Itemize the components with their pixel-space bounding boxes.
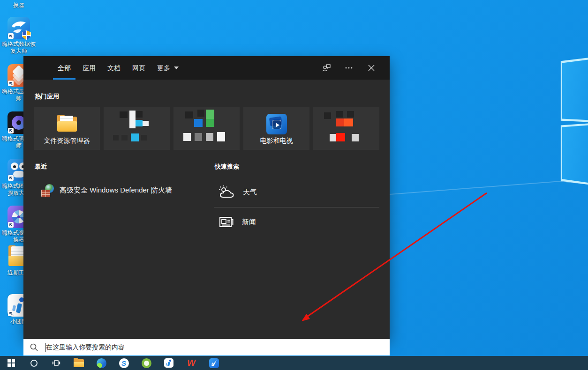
- taskbar-share-app[interactable]: [203, 356, 225, 370]
- tile-label: 文件资源管理器: [34, 137, 100, 145]
- tile-loading-app-3[interactable]: [313, 107, 379, 150]
- recent-item-firewall[interactable]: 高级安全 Windows Defender 防火墙: [34, 178, 214, 203]
- wps-icon: W: [187, 358, 196, 368]
- tile-movies-tv[interactable]: 电影和电视: [243, 107, 309, 150]
- section-title-top-apps: 热门应用: [35, 92, 379, 101]
- close-button[interactable]: [366, 63, 377, 73]
- tab-label: 应用: [83, 56, 96, 80]
- tile-loading-app-2[interactable]: [173, 107, 240, 150]
- task-view-icon: [52, 359, 60, 367]
- search-panel-body: 热门应用 文件资源管理器 电影和电视 最近: [23, 80, 390, 237]
- movies-tv-icon: [266, 114, 287, 134]
- windows-logo-icon: [8, 359, 15, 367]
- shortcut-arrow-icon: [8, 222, 14, 228]
- shortcut-arrow-icon: [8, 128, 14, 133]
- weather-icon: [219, 185, 235, 200]
- wallpaper-logo-pane-bottom: [560, 123, 588, 186]
- desktop-icon-converter-cutoff[interactable]: 换器: [2, 0, 36, 9]
- file-explorer-icon: [74, 359, 84, 367]
- tab-all[interactable]: 全部: [53, 56, 76, 80]
- shortcut-arrow-icon: [8, 175, 14, 181]
- windows-search-panel: 全部 应用 文档 网页 更多: [23, 56, 390, 339]
- feedback-icon: [322, 63, 331, 73]
- tab-more[interactable]: 更多: [152, 56, 184, 80]
- desktop-icon-label: 嗨格式数据恢复大师: [2, 41, 36, 55]
- feedback-button[interactable]: [321, 63, 332, 73]
- desktop-icon-label: 换器: [2, 2, 36, 9]
- quick-search-news[interactable]: 新闻: [214, 207, 379, 237]
- top-apps-row: 文件资源管理器 电影和电视: [34, 107, 379, 150]
- news-icon: [219, 216, 234, 229]
- recent-item-label: 高级安全 Windows Defender 防火墙: [60, 186, 172, 195]
- cortana-icon: [30, 360, 38, 367]
- quick-search-label: 新闻: [242, 218, 256, 227]
- shortcut-arrow-icon: [8, 311, 14, 316]
- tile-loading-app-1[interactable]: [104, 107, 170, 150]
- tile-label: 电影和电视: [243, 137, 309, 145]
- wallpaper-logo-pane-top: [560, 56, 588, 124]
- data-recovery-icon: [8, 17, 30, 39]
- tab-label: 更多: [157, 56, 170, 80]
- task-view-button[interactable]: [45, 356, 68, 370]
- taskbar: S W: [0, 356, 588, 370]
- section-title-recent: 最近: [35, 163, 214, 171]
- quick-search-label: 天气: [243, 188, 257, 197]
- green-browser-icon: [142, 358, 151, 368]
- chevron-down-icon: [174, 67, 179, 69]
- sogou-icon: S: [119, 358, 129, 368]
- recent-section: 最近 高级安全 Windows Defender 防火墙: [34, 163, 214, 237]
- wing-icon: [209, 358, 219, 368]
- tab-label: 网页: [132, 56, 145, 80]
- close-icon: [368, 64, 375, 72]
- tab-apps[interactable]: 应用: [77, 56, 101, 80]
- taskbar-xiao-tuan-dui[interactable]: [158, 356, 180, 370]
- tab-label: 全部: [58, 56, 71, 80]
- section-title-quick-search: 快速搜索: [215, 163, 379, 171]
- taskbar-wps[interactable]: W: [180, 356, 203, 370]
- tab-documents[interactable]: 文档: [102, 56, 126, 80]
- search-icon: [30, 343, 38, 352]
- taskbar-file-explorer[interactable]: [68, 356, 90, 370]
- tab-label: 文档: [107, 56, 121, 80]
- shortcut-arrow-icon: [8, 81, 14, 86]
- search-panel-header: 全部 应用 文档 网页 更多: [23, 56, 390, 80]
- search-placeholder: 在这里输入你要搜索的内容: [46, 343, 125, 352]
- text-cursor: [45, 343, 45, 352]
- options-button[interactable]: [344, 63, 354, 73]
- taskbar-sogou-browser[interactable]: S: [113, 356, 135, 370]
- tile-file-explorer[interactable]: 文件资源管理器: [34, 107, 100, 150]
- cortana-button[interactable]: [23, 356, 45, 370]
- taskbar-search-box[interactable]: 在这里输入你要搜索的内容: [23, 339, 390, 355]
- file-explorer-icon: [56, 113, 78, 132]
- firewall-icon: [41, 184, 54, 197]
- wallpaper-horizon-line: [390, 181, 561, 195]
- tab-web[interactable]: 网页: [127, 56, 151, 80]
- team-icon: [164, 358, 173, 368]
- start-button[interactable]: [0, 356, 23, 370]
- taskbar-green-browser[interactable]: [135, 356, 158, 370]
- quick-search-section: 快速搜索 天气 新: [214, 163, 379, 237]
- quick-search-weather[interactable]: 天气: [214, 178, 379, 207]
- ellipsis-icon: [345, 64, 353, 72]
- edge-icon: [97, 358, 106, 368]
- taskbar-edge[interactable]: [90, 356, 113, 370]
- shortcut-arrow-icon: [8, 33, 14, 39]
- desktop-icon-data-recovery[interactable]: 嗨格式数据恢复大师: [2, 17, 36, 55]
